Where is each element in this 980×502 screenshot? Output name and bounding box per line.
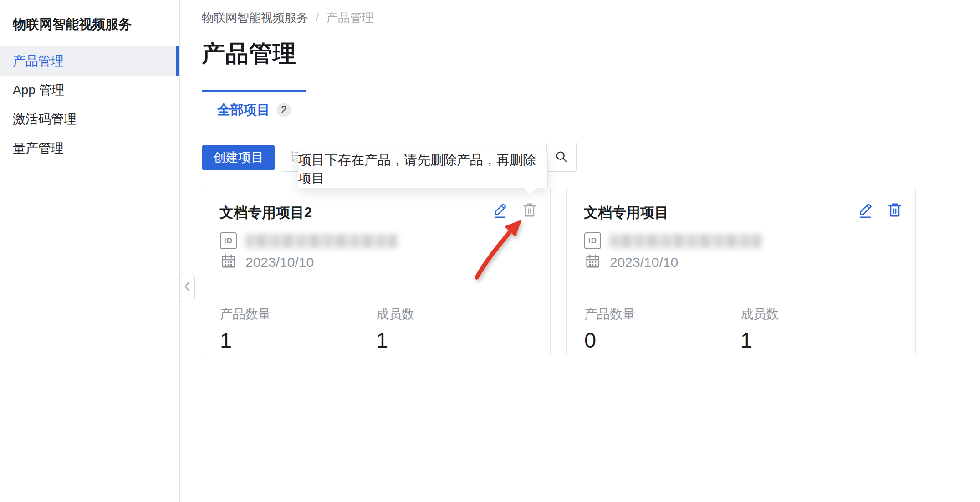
- search-icon: [554, 149, 569, 166]
- breadcrumb-root[interactable]: 物联网智能视频服务: [202, 10, 308, 26]
- project-card-title: 文档专用项目2: [219, 203, 312, 222]
- sidebar-item-activation-code-management[interactable]: 激活码管理: [0, 105, 179, 134]
- trash-icon: [886, 201, 903, 220]
- tab-bar-divider: [306, 128, 980, 128]
- stat-member-count-value: 1: [376, 328, 414, 353]
- sidebar-app-title: 物联网智能视频服务: [13, 15, 132, 34]
- breadcrumb-separator: /: [316, 11, 319, 25]
- delete-project-button-disabled[interactable]: [521, 202, 538, 219]
- project-stats: 产品数量 0 成员数 1: [584, 306, 779, 353]
- calendar-icon: [220, 253, 237, 271]
- project-id-redacted: [610, 234, 761, 248]
- stat-product-count: 产品数量 1: [220, 306, 376, 353]
- sidebar-item-label: 量产管理: [13, 141, 64, 155]
- app-window: 物联网智能视频服务 产品管理 App 管理 激活码管理 量产管理 物联网: [0, 0, 980, 502]
- stat-member-count: 成员数 1: [376, 306, 414, 353]
- project-card: 文档专用项目: [566, 186, 916, 355]
- breadcrumb-current: 产品管理: [326, 10, 373, 26]
- project-card: 文档专用项目2: [202, 186, 551, 355]
- stat-member-count-label: 成员数: [740, 306, 779, 323]
- sidebar-menu: 产品管理 App 管理 激活码管理 量产管理: [0, 46, 179, 163]
- active-indicator-bar: [176, 46, 179, 76]
- delete-warning-tooltip: 项目下存在产品，请先删除产品，再删除项目: [298, 151, 548, 188]
- sidebar-item-label: App 管理: [13, 83, 65, 97]
- stat-member-count-value: 1: [740, 328, 779, 353]
- create-project-button[interactable]: 创建项目: [202, 145, 275, 170]
- calendar-icon: [584, 253, 601, 271]
- project-card-title: 文档专用项目: [584, 203, 669, 222]
- project-card-actions: [857, 202, 903, 219]
- delete-project-button[interactable]: [886, 202, 903, 219]
- tooltip-text: 项目下存在产品，请先删除产品，再删除项目: [298, 151, 547, 188]
- stat-member-count: 成员数 1: [740, 306, 779, 353]
- id-badge-icon: ID: [584, 232, 601, 249]
- edit-project-button[interactable]: [857, 202, 874, 219]
- project-id-row: ID: [584, 232, 761, 249]
- sidebar-item-label: 产品管理: [13, 54, 64, 68]
- breadcrumb: 物联网智能视频服务 / 产品管理: [202, 10, 373, 26]
- project-created-date: 2023/10/10: [245, 255, 314, 270]
- sidebar-item-label: 激活码管理: [13, 112, 77, 126]
- edit-pencil-icon: [491, 201, 509, 220]
- sidebar-item-mass-production-management[interactable]: 量产管理: [0, 134, 179, 163]
- page-title: 产品管理: [202, 38, 296, 70]
- stat-product-count-label: 产品数量: [220, 306, 376, 323]
- stat-product-count-label: 产品数量: [584, 306, 740, 323]
- project-date-row: 2023/10/10: [584, 253, 678, 271]
- stat-product-count: 产品数量 0: [584, 306, 740, 353]
- trash-icon: [521, 201, 538, 220]
- stat-member-count-label: 成员数: [376, 306, 414, 323]
- stat-product-count-value: 1: [220, 328, 376, 353]
- project-card-actions: [491, 202, 538, 219]
- project-id-row: ID: [220, 232, 397, 249]
- project-date-row: 2023/10/10: [220, 253, 314, 271]
- sidebar-item-product-management[interactable]: 产品管理: [0, 46, 179, 76]
- tab-label: 全部项目: [217, 101, 270, 119]
- edit-project-button[interactable]: [491, 202, 509, 219]
- project-created-date: 2023/10/10: [610, 255, 678, 270]
- tab-count-badge: 2: [277, 103, 291, 117]
- project-id-redacted: [245, 234, 397, 248]
- project-stats: 产品数量 1 成员数 1: [220, 306, 414, 353]
- edit-pencil-icon: [857, 201, 874, 220]
- stat-product-count-value: 0: [584, 328, 740, 353]
- sidebar: 物联网智能视频服务 产品管理 App 管理 激活码管理 量产管理: [0, 0, 180, 502]
- id-badge-icon: ID: [220, 232, 237, 249]
- sidebar-collapse-handle[interactable]: [179, 273, 195, 302]
- sidebar-item-app-management[interactable]: App 管理: [0, 76, 179, 105]
- search-button[interactable]: [546, 143, 577, 172]
- chevron-left-icon: [183, 280, 191, 295]
- tab-all-projects[interactable]: 全部项目 2: [202, 90, 306, 128]
